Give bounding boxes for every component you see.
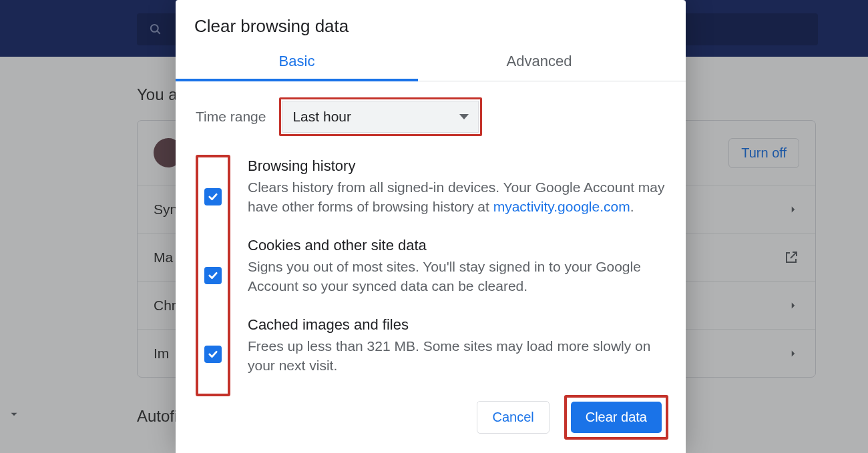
- highlight-checkboxes: [196, 155, 230, 396]
- checkbox-browsing-history[interactable]: [204, 188, 222, 205]
- highlight-clear-data: Clear data: [564, 395, 668, 440]
- item-cookies: Cookies and other site data Signs you ou…: [248, 237, 666, 296]
- item-browsing-history: Browsing history Clears history from all…: [248, 157, 666, 217]
- dialog-tabs: Basic Advanced: [176, 45, 686, 81]
- tab-advanced[interactable]: Advanced: [418, 45, 660, 81]
- time-range-label: Time range: [196, 109, 266, 125]
- checkbox-cookies[interactable]: [204, 267, 222, 284]
- item-title: Cookies and other site data: [248, 237, 666, 254]
- cancel-button[interactable]: Cancel: [477, 401, 549, 434]
- clear-browsing-data-dialog: Clear browsing data Basic Advanced Time …: [176, 0, 686, 453]
- highlight-time-range: Last hour: [279, 97, 482, 136]
- item-desc: Frees up less than 321 MB. Some sites ma…: [248, 336, 666, 376]
- item-desc: Clears history from all signed-in device…: [248, 177, 666, 217]
- clear-data-button[interactable]: Clear data: [571, 402, 662, 433]
- dialog-title: Clear browsing data: [176, 0, 686, 45]
- item-title: Browsing history: [248, 157, 666, 175]
- item-desc: Signs you out of most sites. You'll stay…: [248, 257, 666, 296]
- myactivity-link[interactable]: myactivity.google.com: [493, 199, 630, 214]
- time-range-select[interactable]: Last hour: [282, 101, 479, 133]
- tab-basic[interactable]: Basic: [176, 45, 418, 81]
- checkbox-cache[interactable]: [204, 346, 222, 363]
- caret-down-icon: [459, 114, 469, 119]
- item-title: Cached images and files: [248, 316, 666, 334]
- time-range-value: Last hour: [292, 109, 351, 125]
- item-cache: Cached images and files Frees up less th…: [248, 316, 666, 376]
